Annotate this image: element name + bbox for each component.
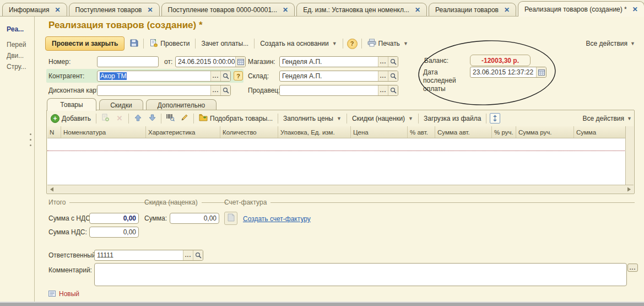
store-input[interactable]: Генделя А.П. ... xyxy=(279,56,398,67)
search-icon[interactable] xyxy=(388,71,398,81)
tab-information[interactable]: Информация ✕ xyxy=(2,3,67,16)
create-based-on-button[interactable]: Создать на основании ▼ xyxy=(258,37,338,50)
column-header[interactable]: % руч. xyxy=(492,126,516,138)
current-row-marker xyxy=(47,151,626,151)
choose-icon[interactable]: ... xyxy=(378,85,388,95)
separator xyxy=(347,114,347,124)
choose-icon[interactable]: ... xyxy=(210,85,220,95)
tab-unit-price-setting[interactable]: Ед. изм.: Установка цен номенкл... ✕ xyxy=(296,3,427,16)
invoice-doc-button[interactable] xyxy=(224,212,237,225)
tab-goods-receipts-list[interactable]: Поступления товаров ✕ xyxy=(69,3,160,16)
discount-card-label: Дисконтная карта: xyxy=(48,87,105,94)
horizontal-scrollbar[interactable] xyxy=(47,185,634,193)
row-move-spinner-button[interactable] xyxy=(490,113,500,124)
column-header[interactable]: Упаковка, Ед. изм. xyxy=(278,126,351,138)
sidebar-item-structure[interactable]: Стру... xyxy=(0,63,34,71)
help-icon[interactable]: ? xyxy=(347,39,358,49)
delete-row-button[interactable]: ✕ xyxy=(114,113,125,124)
calendar-icon[interactable] xyxy=(536,67,546,77)
post-and-close-button[interactable]: Провести и закрыть xyxy=(45,36,125,51)
column-header[interactable]: Сумма xyxy=(574,126,626,138)
all-actions-button[interactable]: Все действия ▼ xyxy=(586,40,635,47)
choose-icon[interactable]: ... xyxy=(378,57,388,67)
post-button[interactable]: Провести xyxy=(148,37,191,50)
page-title: Реализация товаров (создание) * xyxy=(48,20,203,31)
tab-goods[interactable]: Товары xyxy=(47,98,96,111)
discounts-button[interactable]: Скидки (наценки) ▼ xyxy=(350,112,415,125)
pick-goods-button[interactable]: Подобрать товары... xyxy=(197,112,274,125)
grid-body[interactable] xyxy=(47,138,626,185)
close-icon[interactable]: ✕ xyxy=(504,7,510,13)
comment-expand-button[interactable]: ... xyxy=(627,264,638,272)
search-icon[interactable] xyxy=(388,57,398,67)
sum-vat-input[interactable]: 0,00 xyxy=(89,227,139,238)
choose-icon[interactable]: ... xyxy=(378,71,388,81)
left-sidebar: Реа... Перей Дви... Стру... xyxy=(0,17,35,302)
discount-card-input[interactable]: ... xyxy=(97,85,231,96)
choose-icon[interactable]: ... xyxy=(183,250,193,260)
column-header[interactable]: N xyxy=(47,126,61,138)
sidebar-splitter[interactable] xyxy=(30,133,31,146)
search-icon[interactable] xyxy=(388,85,398,95)
close-icon[interactable]: ✕ xyxy=(55,7,60,13)
copy-row-button[interactable] xyxy=(100,113,111,124)
create-invoice-link[interactable]: Создать счет-фактуру xyxy=(243,215,311,223)
calendar-icon[interactable] xyxy=(235,57,245,67)
column-header[interactable]: Номенклатура xyxy=(61,126,146,138)
tab-sales-new[interactable]: Реализация товаров (создание) * ✕ xyxy=(518,1,644,17)
tab-discounts[interactable]: Скидки xyxy=(99,99,143,111)
counterparty-input[interactable]: Акор ТМ ... xyxy=(97,71,231,82)
close-icon[interactable]: ✕ xyxy=(147,7,153,13)
counterparty-help-icon[interactable]: ? xyxy=(234,71,243,80)
column-header[interactable]: Количество xyxy=(220,126,278,138)
separator xyxy=(418,114,419,124)
save-button[interactable] xyxy=(128,38,139,49)
column-header[interactable]: Сумма авт. xyxy=(435,126,492,138)
move-down-button[interactable] xyxy=(147,113,158,124)
column-header[interactable]: % авт. xyxy=(408,126,435,138)
comment-input[interactable] xyxy=(94,263,627,286)
tab-label: Информация xyxy=(9,6,49,14)
offset-payment-button[interactable]: Зачет оплаты... xyxy=(199,37,250,50)
discount-sum-label: Сумма: xyxy=(144,214,167,222)
search-icon[interactable] xyxy=(220,71,230,81)
add-row-button[interactable]: + Добавить xyxy=(49,112,93,125)
fill-prices-button[interactable]: Заполнить цены ▼ xyxy=(282,112,343,125)
choose-icon[interactable]: ... xyxy=(210,71,220,81)
close-icon[interactable]: ✕ xyxy=(632,6,638,13)
last-payment-input[interactable]: 23.06.2015 12:37:22 xyxy=(470,67,546,78)
barcode-scan-button[interactable] xyxy=(165,113,176,124)
tab-goods-receipt-doc[interactable]: Поступление товаров 0000-00001... ✕ xyxy=(161,3,295,16)
move-up-button[interactable] xyxy=(132,113,143,124)
tab-additional[interactable]: Дополнительно xyxy=(146,99,217,111)
separator xyxy=(486,114,486,124)
responsible-input[interactable]: 11111 ... xyxy=(94,250,203,261)
separator xyxy=(254,39,255,49)
sum-with-vat-input[interactable]: 0,00 xyxy=(89,213,139,224)
window-tab-bar: Информация ✕ Поступления товаров ✕ Посту… xyxy=(0,0,644,17)
vertical-scrollbar[interactable] xyxy=(625,126,634,185)
print-button[interactable]: Печать ▼ xyxy=(366,37,410,50)
discount-sum-input[interactable]: 0,00 xyxy=(170,213,219,224)
scroll-right-icon[interactable] xyxy=(625,186,634,193)
edit-pencil-button[interactable] xyxy=(179,113,190,124)
search-icon[interactable] xyxy=(193,250,203,260)
load-from-file-button[interactable]: Загрузка из файла xyxy=(422,112,483,125)
number-input[interactable] xyxy=(97,56,159,67)
sidebar-item-goto[interactable]: Перей xyxy=(0,41,34,49)
column-header[interactable]: Сумма руч. xyxy=(516,126,574,138)
column-header[interactable]: Цена xyxy=(351,126,408,138)
tab-sales-list[interactable]: Реализации товаров ✕ xyxy=(429,3,516,16)
grid-all-actions-button[interactable]: Все действия ▼ xyxy=(583,115,632,122)
warehouse-input[interactable]: Генделя А.П. ... xyxy=(279,71,398,82)
close-icon[interactable]: ✕ xyxy=(283,7,288,13)
seller-input[interactable]: ... xyxy=(279,85,398,96)
sidebar-item-movements[interactable]: Дви... xyxy=(0,52,34,60)
column-header[interactable]: Характеристика xyxy=(146,126,220,138)
search-icon[interactable] xyxy=(220,85,230,95)
close-icon[interactable]: ✕ xyxy=(415,7,420,13)
sidebar-item-realization[interactable]: Реа... xyxy=(0,25,34,33)
scroll-left-icon[interactable] xyxy=(47,186,56,193)
date-input[interactable]: 24.06.2015 0:00:00 xyxy=(175,56,246,67)
printer-icon xyxy=(367,39,376,49)
